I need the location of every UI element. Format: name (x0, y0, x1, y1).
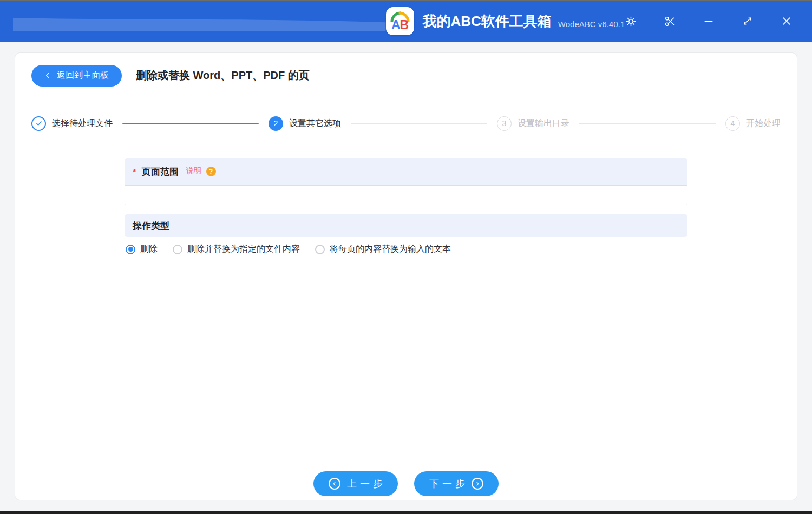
desktop-edge-bottom (0, 511, 812, 514)
step-indicator: 选择待处理文件 2 设置其它选项 3 设置输出目录 4 开始处理 (31, 111, 781, 135)
main-card: 返回到主面板 删除或替换 Word、PPT、PDF 的页 选择待处理文件 2 设… (15, 52, 797, 500)
wizard-footer: 上一步 下一步 (15, 471, 797, 496)
logo-letters: AB (386, 18, 414, 32)
radio-unselected-icon[interactable] (315, 245, 325, 254)
question-mark-icon[interactable]: ? (206, 167, 216, 176)
step1-done-circle (31, 116, 46, 131)
back-to-dashboard-button[interactable]: 返回到主面板 (31, 65, 122, 87)
step-output-directory: 3 设置输出目录 (497, 116, 569, 131)
operation-type-section-header: 操作类型 (125, 214, 687, 237)
back-button-label: 返回到主面板 (57, 70, 109, 81)
radio-option-delete-label: 删除 (140, 243, 158, 255)
scissors-icon[interactable] (664, 15, 676, 27)
options-form: * 页面范围 说明 ? 操作类型 删除 删除并替换为指定的文件内容 (125, 158, 687, 255)
previous-step-button[interactable]: 上一步 (313, 471, 398, 496)
step-connector-done (122, 123, 259, 124)
circle-arrow-right-icon (472, 478, 483, 490)
step4-pending-circle: 4 (725, 116, 740, 131)
settings-gear-icon[interactable] (625, 15, 637, 27)
step4-label: 开始处理 (746, 118, 781, 129)
page-range-label: 页面范围 (142, 166, 179, 178)
step2-label: 设置其它选项 (289, 118, 341, 129)
next-step-label: 下一步 (429, 477, 468, 490)
chevron-left-icon (44, 72, 51, 79)
operation-type-label: 操作类型 (133, 220, 169, 232)
logo-letter-a: A (391, 18, 400, 32)
step-select-files: 选择待处理文件 (31, 116, 113, 131)
window-body: 返回到主面板 删除或替换 Word、PPT、PDF 的页 选择待处理文件 2 设… (0, 42, 812, 511)
radio-unselected-icon[interactable] (173, 245, 182, 254)
step-connector (351, 123, 487, 124)
desktop-edge-top (0, 0, 812, 1)
radio-option-delete[interactable]: 删除 (126, 243, 158, 255)
step3-pending-circle: 3 (497, 116, 512, 131)
app-logo: AB (386, 7, 414, 35)
card-header: 返回到主面板 删除或替换 Word、PPT、PDF 的页 (15, 53, 797, 98)
step3-label: 设置输出目录 (518, 118, 569, 129)
operation-type-options: 删除 删除并替换为指定的文件内容 将每页的内容替换为输入的文本 (125, 243, 687, 255)
radio-option-replace-with-text-label: 将每页的内容替换为输入的文本 (330, 243, 451, 255)
check-icon (35, 120, 43, 127)
app-title: 我的ABC软件工具箱 (423, 12, 552, 31)
titlebar: AB 我的ABC软件工具箱 WodeABC v6.40.1 (0, 0, 812, 42)
close-icon[interactable] (781, 15, 793, 27)
radio-option-delete-replace-file-label: 删除并替换为指定的文件内容 (187, 243, 300, 255)
page-range-help-link[interactable]: 说明 (186, 166, 201, 177)
page-range-input[interactable] (125, 185, 687, 205)
titlebar-icons (625, 15, 793, 27)
page-range-section-header: * 页面范围 说明 ? (125, 158, 687, 185)
previous-step-label: 上一步 (347, 477, 386, 490)
radio-option-replace-with-text[interactable]: 将每页的内容替换为输入的文本 (315, 243, 451, 255)
circle-arrow-left-icon (329, 478, 340, 490)
radio-option-delete-replace-file[interactable]: 删除并替换为指定的文件内容 (173, 243, 300, 255)
step2-active-circle: 2 (269, 116, 283, 131)
next-step-button[interactable]: 下一步 (414, 471, 499, 496)
titlebar-wave-decoration (13, 0, 386, 42)
maximize-icon[interactable] (742, 15, 754, 27)
step1-label: 选择待处理文件 (52, 118, 113, 129)
radio-selected-icon[interactable] (126, 245, 135, 254)
minimize-icon[interactable] (703, 15, 715, 27)
step-connector (579, 123, 716, 124)
step-set-options: 2 设置其它选项 (269, 116, 341, 131)
page-title: 删除或替换 Word、PPT、PDF 的页 (136, 68, 310, 83)
app-version: WodeABC v6.40.1 (558, 19, 625, 29)
step-start-processing: 4 开始处理 (725, 116, 781, 131)
logo-letter-b: B (400, 18, 409, 32)
required-asterisk: * (133, 167, 136, 178)
